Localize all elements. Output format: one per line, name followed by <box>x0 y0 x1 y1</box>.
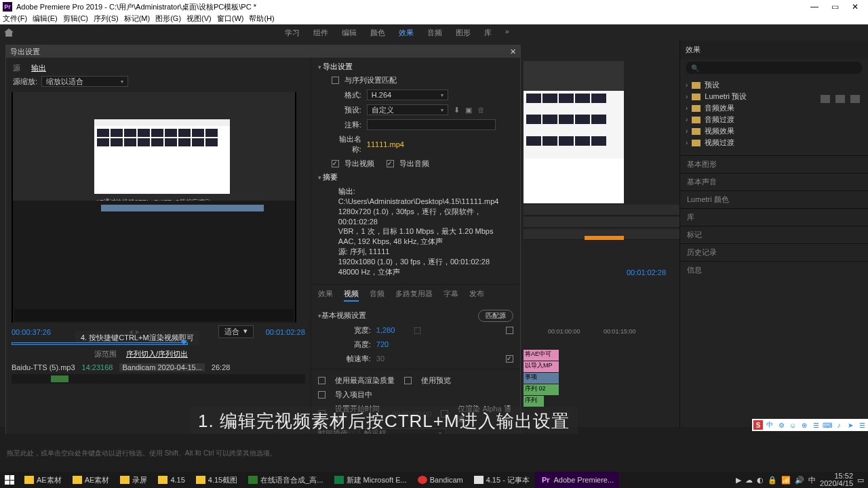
comment-input[interactable] <box>367 119 496 130</box>
ime-logo-icon[interactable]: S <box>753 420 763 430</box>
menu-graphics[interactable]: 图形(G) <box>155 14 181 24</box>
dialog-titlebar[interactable]: 导出设置 ✕ <box>6 45 520 58</box>
ime-tool-icon[interactable]: ⌨ <box>823 420 832 430</box>
ws-effects[interactable]: 效果 <box>399 28 414 38</box>
tree-video-trans[interactable]: 视频过渡 <box>686 137 863 148</box>
tray-icon[interactable]: 🔊 <box>795 476 804 485</box>
export-audio-checkbox[interactable] <box>387 160 394 167</box>
menu-help[interactable]: 帮助(H) <box>249 14 274 24</box>
ws-learn[interactable]: 学习 <box>285 28 300 38</box>
tree-audio-trans[interactable]: 音频过渡 <box>686 114 863 125</box>
tree-presets[interactable]: 预设 <box>686 79 863 91</box>
summary-head[interactable]: 摘要 <box>318 171 513 184</box>
tray-icon[interactable]: ◐ <box>757 476 764 485</box>
source-range-select[interactable]: 序列切入/序列切出 <box>126 349 188 359</box>
home-icon[interactable] <box>4 28 14 37</box>
clip-name[interactable]: Bandicam 2020-04-15... <box>119 363 204 371</box>
taskbar-item[interactable]: AE素材 <box>19 472 67 488</box>
tab-video[interactable]: 视频 <box>344 289 359 302</box>
menu-clip[interactable]: 剪辑(C) <box>63 14 88 24</box>
tab-source[interactable]: 源 <box>13 63 20 73</box>
tree-video-fx[interactable]: 视频效果 <box>686 125 863 137</box>
bg-clip[interactable]: 将AE中可 <box>524 350 559 361</box>
tray-icon[interactable]: ▶ <box>736 476 741 485</box>
panel-history[interactable]: 历史记录 <box>680 243 868 261</box>
tray-icon[interactable]: 🔒 <box>768 476 777 485</box>
tray-ime[interactable]: 中 <box>808 475 816 485</box>
ws-assembly[interactable]: 组件 <box>313 28 328 38</box>
tab-mux[interactable]: 多路复用器 <box>395 289 433 302</box>
import-project-checkbox[interactable] <box>318 391 326 399</box>
tree-audio-fx[interactable]: 音频效果 <box>686 102 863 114</box>
format-select[interactable]: H.264▾ <box>367 89 448 100</box>
eff-filter-icon[interactable] <box>850 95 860 103</box>
save-preset-icon[interactable]: ⬇ <box>454 106 460 115</box>
ime-tool-icon[interactable]: ➤ <box>846 420 855 430</box>
tab-captions[interactable]: 字幕 <box>443 289 458 302</box>
ime-tool-icon[interactable]: ☺ <box>788 420 797 430</box>
eff-filter-icon[interactable] <box>821 95 830 103</box>
tray-icon[interactable]: 📶 <box>781 476 791 485</box>
menu-file[interactable]: 文件(F) <box>3 14 27 24</box>
panel-sound[interactable]: 基本声音 <box>680 173 868 190</box>
ws-graphics[interactable]: 图形 <box>456 28 471 38</box>
ime-tool-icon[interactable]: ⊕ <box>800 420 809 430</box>
system-tray[interactable]: ▶ ☁ ◐ 🔒 📶 🔊 中 15:522020/4/15 ▭ <box>732 472 868 487</box>
ime-lang-icon[interactable]: 中 <box>765 420 774 430</box>
tray-notifications-icon[interactable]: ▭ <box>857 476 864 485</box>
tray-clock[interactable]: 15:522020/4/15 <box>820 472 853 487</box>
ime-tool-icon[interactable]: ☰ <box>857 420 867 430</box>
preview-scrubber[interactable] <box>12 342 188 345</box>
panel-graphics[interactable]: 基本图形 <box>680 155 868 173</box>
menu-sequence[interactable]: 序列(S) <box>94 14 119 24</box>
panel-info[interactable]: 信息 <box>680 261 868 279</box>
minimize-button[interactable]: — <box>804 1 825 13</box>
ws-edit[interactable]: 编辑 <box>342 28 357 38</box>
tray-icon[interactable]: ☁ <box>745 476 753 485</box>
width-value[interactable]: 1,280 <box>376 326 395 334</box>
taskbar-item[interactable]: 4.15截图 <box>191 472 243 488</box>
tab-fx[interactable]: 效果 <box>318 289 333 302</box>
timecode-left[interactable]: 00:00:37:26 <box>12 328 51 336</box>
ws-audio[interactable]: 音频 <box>427 28 442 38</box>
ws-more-icon[interactable]: » <box>505 28 509 38</box>
ws-libs[interactable]: 库 <box>484 28 492 38</box>
basic-video-head[interactable]: 基本视频设置 匹配源 <box>318 308 513 323</box>
panel-libs[interactable]: 库 <box>680 208 868 226</box>
taskbar-item[interactable]: AE素材 <box>67 472 115 488</box>
taskbar-item[interactable]: 新建 Microsoft E... <box>329 472 412 488</box>
match-sequence-checkbox[interactable] <box>332 77 339 84</box>
ime-tool-icon[interactable]: ☰ <box>811 420 821 430</box>
taskbar-item[interactable]: 在线语音合成_高... <box>243 472 328 488</box>
delete-preset-icon[interactable]: 🗑 <box>477 106 485 114</box>
preset-select[interactable]: 自定义▾ <box>367 104 448 115</box>
tab-publish[interactable]: 发布 <box>469 289 484 302</box>
taskbar-item[interactable]: 录屏 <box>115 472 153 488</box>
ime-tool-icon[interactable]: ♪ <box>834 420 844 430</box>
export-settings-head[interactable]: 导出设置 <box>318 60 513 73</box>
bg-clip[interactable]: 序列 02 <box>524 384 559 395</box>
ime-tool-icon[interactable]: ⚙ <box>776 420 786 430</box>
fps-match-checkbox[interactable] <box>506 355 513 363</box>
width-match-checkbox[interactable] <box>506 327 513 334</box>
bg-clip[interactable]: 序列 <box>524 396 544 407</box>
height-value[interactable]: 720 <box>376 340 389 348</box>
bg-clip[interactable]: 事项 <box>524 373 559 384</box>
ws-color[interactable]: 颜色 <box>370 28 385 38</box>
menu-edit[interactable]: 编辑(E) <box>33 14 58 24</box>
fit-select[interactable]: 适合▾ <box>218 325 254 338</box>
taskbar-item-active[interactable]: PrAdobe Premiere... <box>535 472 619 488</box>
taskbar-item[interactable]: 4.15 - 记事本 <box>469 472 535 488</box>
match-source-button[interactable]: 匹配源 <box>478 310 513 322</box>
scale-select[interactable]: 缩放以适合▾ <box>41 76 128 87</box>
tab-output[interactable]: 输出 <box>31 63 46 73</box>
effects-title[interactable]: 效果 <box>680 41 868 59</box>
audio-track[interactable] <box>12 374 305 384</box>
menu-marker[interactable]: 标记(M) <box>124 14 151 24</box>
dialog-close-button[interactable]: ✕ <box>510 47 516 56</box>
import-preset-icon[interactable]: ▣ <box>465 106 472 115</box>
panel-lumetri[interactable]: Lumetri 颜色 <box>680 190 868 208</box>
maximize-button[interactable]: ▭ <box>825 1 845 13</box>
menu-window[interactable]: 窗口(W) <box>217 14 244 24</box>
use-preview-checkbox[interactable] <box>404 377 412 384</box>
